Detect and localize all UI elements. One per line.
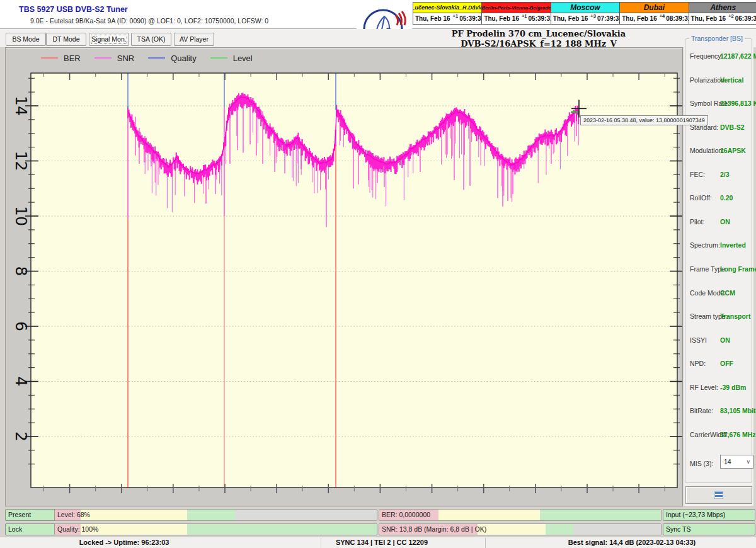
transponder-value-11: Transport — [720, 312, 750, 320]
transponder-value-12: ON — [720, 336, 730, 344]
svg-text:8: 8 — [12, 266, 30, 277]
signal-chart-panel: BERSNRQualityLevel 2468101214 2023-02-16… — [5, 47, 683, 506]
transponder-value-7: ON — [720, 218, 730, 225]
satellite-subtitle: 9.0E - Eutelsat 9B/Ka-Sat 9A (ID: 0090) … — [30, 17, 268, 25]
indicator-sync-ts: Sync TS — [663, 523, 755, 535]
clock-time-value: 08:39:31 — [666, 15, 691, 22]
bar-segment — [478, 524, 545, 535]
clock-city-label: Athens — [689, 3, 756, 13]
chart-title-line1: PF Prodelin 370 cm_Lucenec/Slovakia — [391, 29, 687, 39]
list-icon — [714, 491, 723, 499]
tab-dt-mode[interactable]: DT Mode — [46, 33, 86, 46]
clock-date: Thu, Feb 16 — [553, 15, 588, 22]
transponder-value-8: Inverted — [720, 241, 746, 249]
transponder-label-0: Frequency: — [690, 52, 723, 60]
chevron-down-icon: ∨ — [746, 455, 750, 468]
bar-label: BER: 0,0000000 — [382, 510, 430, 520]
transponder-value-14: -39 dBm — [720, 384, 746, 391]
transponder-value-2: 31396,813 KS/s — [720, 100, 756, 107]
svg-text:4: 4 — [12, 377, 30, 387]
progress-bar: Quality: 100% — [54, 523, 377, 535]
svg-text:12: 12 — [12, 151, 30, 171]
clock-athens: AthensThu, Feb 16+206:39:31 — [689, 2, 756, 25]
transponder-label-5: FEC: — [690, 171, 705, 178]
mis-dropdown[interactable]: 14∨ — [720, 455, 753, 469]
clock-city-label: Lučenec-Slovakia_R.Dávid — [413, 3, 481, 13]
indicator-present: Present — [5, 509, 57, 521]
clock-utc-offset: +4 — [660, 13, 665, 19]
transponder-value-13: OFF — [720, 360, 733, 367]
indicator-input-mbps-: Input (~23,73 Mbps) — [663, 509, 755, 521]
stream-capture-button[interactable] — [685, 486, 752, 504]
transponder-value-3: DVB-S2 — [720, 123, 745, 131]
clock-time: Thu, Feb 16+105:39:31 — [413, 13, 481, 24]
bar-segment — [81, 510, 187, 520]
tab-bs-mode[interactable]: BS Mode — [6, 33, 46, 46]
bar-segment — [187, 524, 377, 535]
indicator-lock: Lock — [5, 523, 57, 535]
transponder-sidebar: Transponder [BS] Frequency:12187,622 MHz… — [684, 35, 753, 506]
transponder-value-6: 0.20 — [720, 194, 733, 202]
clock-utc-offset: +1 — [522, 13, 527, 19]
bar-segment — [540, 510, 661, 520]
chart-tooltip: 2023-02-16 05.38.48, value: 13,800000190… — [580, 115, 708, 125]
progress-bar: Level: 68% — [54, 509, 377, 521]
transponder-value-10: CCM — [720, 289, 735, 297]
clock-time: Thu, Feb 16+408:39:31 — [620, 13, 688, 24]
tab-tsa-ok-[interactable]: TSA (OK) — [131, 33, 171, 46]
transponder-value-15: 83,105 Mbit/s — [720, 407, 756, 414]
app-window: TBS 5927 USB DVB-S2 Tuner 9.0E - Eutelsa… — [0, 0, 756, 548]
transponder-group: Transponder [BS] Frequency:12187,622 MHz… — [685, 38, 752, 483]
clock-time-value: 05:39:31 — [529, 15, 554, 22]
bar-segment — [187, 510, 236, 520]
clock-time: Thu, Feb 16+206:39:31 — [689, 13, 756, 24]
clock-utc-offset: +3 — [590, 13, 596, 19]
clock-lu-enec-slovakia-r-d-vid: Lučenec-Slovakia_R.DávidThu, Feb 16+105:… — [413, 2, 482, 25]
mis-label: MIS (3): — [690, 460, 713, 467]
world-clocks: Lučenec-Slovakia_R.DávidThu, Feb 16+105:… — [413, 2, 755, 25]
status-divider — [321, 538, 321, 548]
clock-time-value: 05:39:31 — [459, 15, 484, 22]
transponder-value-5: 2/3 — [720, 171, 730, 178]
clock-date: Thu, Feb 16 — [622, 15, 657, 22]
transponder-label-4: Modulation: — [690, 147, 724, 154]
transponder-label-15: BitRate: — [690, 407, 713, 414]
transponder-value-9: Long Frame — [720, 265, 756, 273]
clock-city-label: Moscow — [551, 3, 619, 13]
clock-date: Thu, Feb 16 — [484, 15, 519, 22]
tab-signal-mon-[interactable]: Signal Mon. — [89, 33, 129, 46]
transponder-label-8: Spectrum: — [690, 241, 720, 249]
bar-segment — [573, 524, 661, 535]
clock-time-value: 06:39:31 — [735, 15, 756, 22]
status-uptime: Locked -> Uptime: 96:23:03 — [79, 539, 169, 546]
clock-berlin-paris-vienna-belgrade: Berlin-Paris-Vienna-BelgradeThu, Feb 16+… — [481, 2, 551, 25]
clock-date: Thu, Feb 16 — [415, 15, 450, 22]
clock-time: Thu, Feb 16+105:39:31 — [482, 13, 550, 24]
transponder-group-title: Transponder [BS] — [689, 35, 745, 42]
bar-label: Level: 68% — [57, 510, 90, 520]
tab-av-player[interactable]: AV Player — [174, 33, 214, 46]
svg-text:10: 10 — [12, 206, 30, 226]
clock-time-value: 07:39:31 — [597, 15, 622, 22]
status-bar: Locked -> Uptime: 96:23:03 SYNC 134 | TE… — [0, 537, 756, 548]
clock-city-label: Berlin-Paris-Vienna-Belgrade — [482, 3, 550, 13]
bar-segment — [438, 510, 540, 520]
clock-time: Thu, Feb 16+307:39:31 — [551, 13, 619, 24]
bar-label: Quality: 100% — [57, 524, 98, 535]
status-best-signal: Best signal: 14,4 dB (2023-02-13 04:33) — [568, 539, 696, 546]
clock-moscow: MoscowThu, Feb 16+307:39:31 — [551, 2, 620, 25]
transponder-label-7: Pilot: — [690, 218, 704, 225]
status-sync-counters: SYNC 134 | TEI 2 | CC 12209 — [336, 539, 428, 546]
clock-city-label: Dubai — [620, 3, 688, 13]
clock-date: Thu, Feb 16 — [691, 15, 726, 22]
svg-text:14: 14 — [12, 96, 30, 116]
progress-bar: SNR: 13,8 dB (Margin: 6,8 dB | OK) — [379, 523, 662, 535]
bar-label: SNR: 13,8 dB (Margin: 6,8 dB | OK) — [382, 524, 486, 535]
transponder-label-14: RF Level: — [690, 384, 718, 391]
clock-utc-offset: +1 — [453, 13, 459, 19]
svg-text:2: 2 — [12, 431, 30, 442]
progress-bar: BER: 0,0000000 — [379, 509, 662, 521]
transponder-value-16: 37,676 MHz — [720, 431, 756, 438]
transponder-label-13: NPD: — [690, 360, 706, 367]
status-divider — [485, 538, 486, 548]
